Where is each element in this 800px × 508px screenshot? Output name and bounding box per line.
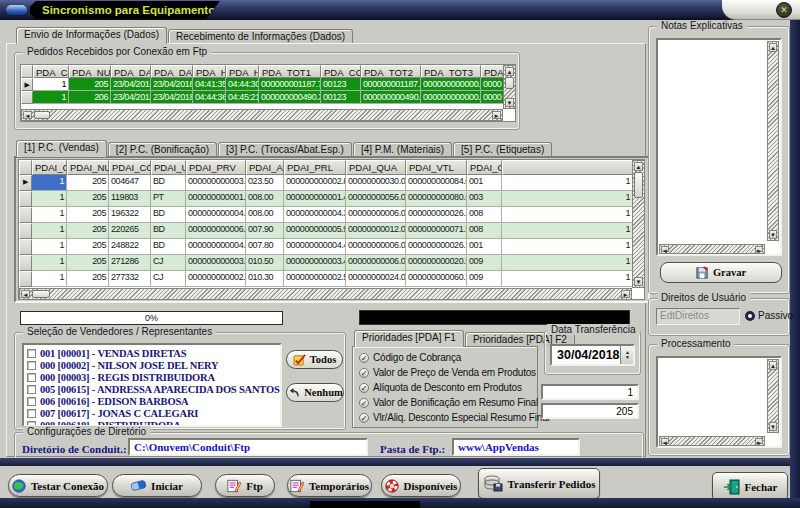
notas-hscrollbar[interactable]: [659, 244, 765, 254]
transfer-number-field[interactable]: 205: [541, 403, 639, 419]
ftp-folder-input[interactable]: www\AppVendas: [452, 438, 580, 456]
close-icon[interactable]: [776, 2, 792, 18]
testar-conexao-button[interactable]: Testar Conexão: [8, 474, 108, 497]
column-header-pdai-cod[interactable]: PDAI_COD: [32, 160, 67, 175]
column-header-pda-cod[interactable]: PDA_COD: [33, 65, 69, 78]
notas-vscrollbar[interactable]: [767, 41, 779, 241]
column-header-pdai-uni[interactable]: PDAI_UNI: [151, 160, 186, 175]
cell: 196322: [109, 207, 151, 223]
tab-2-p-c-bonificacao[interactable]: [2] P.C. (Bonificação): [108, 142, 217, 157]
vendor-list-item[interactable]: 005 [00615] - ANDRESSA APARECIDA DOS SAN…: [27, 383, 277, 395]
vendor-checkbox[interactable]: [27, 349, 36, 358]
itens-table[interactable]: PDAI_CODPDAI_NUMPDAI_CODPPDAI_UNIPDAI_PR…: [18, 159, 645, 300]
nenhum-button[interactable]: Nenhum: [286, 383, 344, 402]
processamento-vscrollbar[interactable]: [767, 359, 779, 433]
table-row[interactable]: 1205004647BD000000000003.65023.500000000…: [19, 175, 644, 191]
table-row[interactable]: 1205271286CJ000000000003.82010.500000000…: [19, 255, 644, 271]
checked-circle-icon[interactable]: [359, 398, 369, 408]
tab-envio-de-informacoes-dados[interactable]: Envio de Informações (Dados): [16, 27, 167, 44]
column-header-pda-tot3[interactable]: PDA_TOT3: [421, 65, 481, 78]
column-header-pda-date[interactable]: PDA_DATE: [151, 65, 193, 78]
checked-circle-icon[interactable]: [359, 383, 369, 393]
ftp-button[interactable]: Ftp: [215, 474, 275, 497]
passivo-radio-label: Passivo: [758, 310, 793, 321]
vendor-checkbox[interactable]: [27, 373, 36, 382]
column-header-pda-codc[interactable]: PDA_CODC: [321, 65, 361, 78]
table-row[interactable]: 1205277332CJ000000000002.82010.300000000…: [19, 271, 644, 287]
table-row[interactable]: 1205119803PT000000000001.56008.000000000…: [19, 191, 644, 207]
checked-circle-icon[interactable]: [359, 368, 369, 378]
itens-hscrollbar[interactable]: [19, 288, 632, 300]
processamento-memo[interactable]: [656, 356, 782, 448]
fechar-button[interactable]: Fechar: [712, 472, 788, 501]
transferir-pedidos-button[interactable]: Transferir Pedidos: [478, 468, 600, 499]
tab-3-p-c-trocas-abat-esp[interactable]: [3] P.C. (Trocas/Abat.Esp.): [218, 142, 352, 157]
vendors-listbox[interactable]: 001 [00001] - VENDAS DIRETAS000 [00002] …: [22, 343, 282, 427]
priority-item[interactable]: Vlr/Aliq. Desconto Especial Resumo Final: [353, 410, 537, 425]
tab-4-p-m-materiais[interactable]: [4] P.M. (Materiais): [353, 142, 452, 157]
vendor-list-item[interactable]: 000 [00002] - NILSON JOSE DEL NERY: [27, 359, 277, 371]
disponiveis-button[interactable]: Disponíveis: [381, 474, 461, 497]
column-header-pda-tot2[interactable]: PDA_TOT2: [361, 65, 421, 78]
pedidos-hscrollbar[interactable]: [21, 109, 503, 121]
column-header-pda-tot1[interactable]: PDA_TOT1: [259, 65, 321, 78]
tab-recebimento-de-informacoes-dados[interactable]: Recebimento de Informações (Dados): [168, 29, 353, 44]
iniciar-button[interactable]: Iniciar: [112, 474, 202, 497]
vendor-checkbox[interactable]: [27, 397, 36, 406]
gravar-button[interactable]: Gravar: [660, 262, 782, 283]
date-spinner[interactable]: [620, 346, 635, 364]
column-header-pdai-ade[interactable]: PDAI_ADE: [246, 160, 284, 175]
column-header-pda[interactable]: PDA: [481, 65, 504, 78]
tab-5-p-c-etiquetas[interactable]: [5] P.C. (Etiquetas): [453, 142, 552, 157]
column-header-partial[interactable]: [502, 160, 633, 175]
priority-item[interactable]: Valor de Bonificação em Resumo Final: [353, 395, 537, 410]
table-row[interactable]: 120623/04/201823/04/201804:44:3604:45:21…: [21, 91, 515, 104]
passivo-radio-row[interactable]: Passivo: [745, 310, 793, 321]
priority-item[interactable]: Código de Cobrança: [353, 350, 537, 365]
table-row[interactable]: 1205196322BD000000000004.73008.000000000…: [19, 207, 644, 223]
transfer-count-field[interactable]: 1: [541, 384, 639, 400]
checked-circle-icon[interactable]: [359, 353, 369, 363]
column-header-pda-num[interactable]: PDA_NUM: [69, 65, 111, 78]
vendor-list-item[interactable]: 001 [00001] - VENDAS DIRETAS: [27, 347, 277, 359]
vendor-list-item[interactable]: 007 [00617] - JONAS C CALEGARI: [27, 407, 277, 419]
column-header-pda-hmf[interactable]: PDA_HMF: [226, 65, 259, 78]
priority-item[interactable]: Alíquota de Desconto em Produtos: [353, 380, 537, 395]
column-header-pdai-codp[interactable]: PDAI_CODP: [109, 160, 151, 175]
cell: 007.90: [246, 223, 284, 239]
temporarios-button[interactable]: Temporários: [287, 474, 372, 497]
table-row[interactable]: 120523/04/201823/04/201804:41:3504:44:30…: [21, 78, 515, 91]
vendor-checkbox[interactable]: [27, 361, 36, 370]
todos-button[interactable]: Todos: [286, 350, 343, 369]
column-header-pda-hmi[interactable]: PDA_HMI: [193, 65, 226, 78]
table-row[interactable]: 1205248822BD000000000004.84007.800000000…: [19, 239, 644, 255]
column-header-pdai-prv[interactable]: PDAI_PRV: [186, 160, 246, 175]
itens-vscrollbar[interactable]: [632, 160, 645, 288]
vendor-checkbox[interactable]: [27, 409, 36, 418]
tab-prioridades-pda-f1[interactable]: Prioridades [PDA] F1: [354, 330, 464, 347]
table-row[interactable]: 1205220265BD000000000006.47007.900000000…: [19, 223, 644, 239]
passivo-radio-icon[interactable]: [745, 311, 755, 321]
notas-memo[interactable]: [656, 38, 782, 256]
vendor-list-item[interactable]: 006 [00616] - EDISON BARBOSA: [27, 395, 277, 407]
tab-1-p-c-vendas[interactable]: [1] P.C. (Vendas): [16, 140, 107, 157]
cell: 205: [67, 271, 109, 287]
transfer-date-input[interactable]: 30/04/2018: [550, 344, 635, 366]
processamento-hscrollbar[interactable]: [659, 436, 765, 446]
column-header-pdai-vtl[interactable]: PDAI_VTL: [406, 160, 467, 175]
checked-circle-icon[interactable]: [359, 413, 369, 423]
column-header-pdai-cgr[interactable]: PDAI_CGR: [467, 160, 502, 175]
row-indicator: [21, 91, 33, 104]
vendor-checkbox[interactable]: [27, 385, 36, 394]
pedidos-vscrollbar[interactable]: [503, 65, 516, 109]
cell: 000000000003.65: [186, 175, 246, 191]
conduit-dir-input[interactable]: C:\Onuvem\Conduit\Ftp: [128, 438, 368, 456]
vendor-list-item[interactable]: 000 [00003] - REGIS DISTRIBUIDORA: [27, 371, 277, 383]
column-header-pda-datm[interactable]: PDA_DATM: [111, 65, 151, 78]
column-header-pdai-num[interactable]: PDAI_NUM: [67, 160, 109, 175]
column-header-pdai-prl[interactable]: PDAI_PRL: [284, 160, 346, 175]
cell: 00000000056.000: [346, 191, 406, 207]
column-header-pdai-qua[interactable]: PDAI_QUA: [346, 160, 406, 175]
priority-item[interactable]: Valor de Preço de Venda em Produtos: [353, 365, 537, 380]
title-bar[interactable]: Sincronismo para Equipamentos Externos: [0, 0, 800, 20]
